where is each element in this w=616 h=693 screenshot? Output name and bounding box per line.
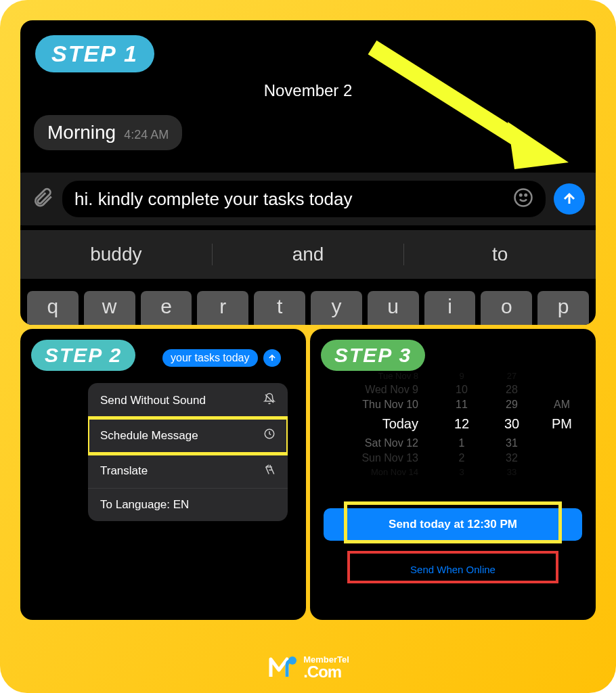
send-today-button[interactable]: Send today at 12:30 PM: [324, 508, 582, 541]
wheel-row: Wed Nov 91028: [344, 382, 575, 397]
wheel-row: Tue Nov 8927: [344, 370, 575, 382]
step3-badge: STEP 3: [321, 340, 425, 371]
arrow-annotation-icon: [345, 34, 575, 169]
step1-panel: STEP 1 November 2 Morning 4:24 AM hi. ki: [20, 20, 596, 325]
key-w[interactable]: w: [84, 291, 135, 325]
message-input-text: hi. kindly complete your tasks today: [74, 189, 352, 210]
key-o[interactable]: o: [481, 291, 532, 325]
suggestion-2[interactable]: and: [213, 244, 405, 265]
incoming-message-text: Morning: [47, 122, 116, 143]
incoming-message-time: 4:24 AM: [124, 128, 169, 142]
step2-message-preview: your tasks today: [162, 349, 281, 367]
compose-bar: hi. kindly complete your tasks today: [20, 173, 596, 225]
menu-label: To Language: EN: [100, 498, 189, 512]
key-r[interactable]: r: [197, 291, 248, 325]
translate-icon: [263, 463, 276, 478]
key-e[interactable]: e: [141, 291, 192, 325]
key-t[interactable]: t: [254, 291, 305, 325]
key-p[interactable]: p: [537, 291, 589, 325]
svg-line-0: [372, 47, 528, 146]
send-context-menu: Send Without Sound Schedule Message Tran…: [88, 383, 288, 521]
clock-icon: [263, 428, 276, 443]
key-y[interactable]: y: [311, 291, 362, 325]
wheel-row: Mon Nov 14333: [344, 466, 575, 478]
menu-to-language[interactable]: To Language: EN: [88, 489, 288, 521]
step3-panel: STEP 3 Tue Nov 8927 Wed Nov 91028 Thu No…: [310, 329, 596, 620]
svg-point-2: [520, 194, 522, 196]
step2-badge: STEP 2: [31, 340, 135, 371]
wheel-row: Thu Nov 101129AM: [344, 397, 575, 412]
step2-bubble-text: your tasks today: [162, 349, 258, 367]
incoming-message: Morning 4:24 AM: [34, 115, 182, 150]
svg-point-1: [515, 189, 532, 206]
menu-send-without-sound[interactable]: Send Without Sound: [88, 383, 288, 418]
emoji-icon[interactable]: [513, 187, 533, 210]
send-when-online-button[interactable]: Send When Online: [351, 556, 555, 583]
key-q[interactable]: q: [27, 291, 79, 325]
step1-badge: STEP 1: [35, 35, 154, 72]
menu-translate[interactable]: Translate: [88, 453, 288, 489]
suggestion-1[interactable]: buddy: [20, 244, 213, 265]
paperclip-icon[interactable]: [31, 186, 54, 212]
keyboard-row: q w e r t y u i o p: [27, 291, 589, 325]
wheel-row-selected: Today1230PM: [344, 412, 575, 436]
menu-label: Send Without Sound: [100, 394, 206, 407]
menu-schedule-message[interactable]: Schedule Message: [88, 418, 288, 453]
tutorial-frame: STEP 1 November 2 Morning 4:24 AM hi. ki: [0, 0, 616, 693]
key-i[interactable]: i: [424, 291, 476, 325]
suggestion-3[interactable]: to: [404, 244, 596, 265]
mini-send-button[interactable]: [263, 349, 281, 367]
bell-off-icon: [263, 393, 276, 408]
keyboard-suggestions: buddy and to: [20, 230, 596, 279]
send-button[interactable]: [554, 183, 585, 215]
date-time-picker[interactable]: Tue Nov 8927 Wed Nov 91028 Thu Nov 10112…: [344, 370, 575, 478]
menu-label: Schedule Message: [100, 429, 198, 443]
svg-point-3: [525, 194, 527, 196]
logo-icon: [267, 651, 299, 684]
menu-label: Translate: [100, 464, 148, 478]
logo-text: MemberTel .Com: [303, 655, 349, 680]
brand-logo: MemberTel .Com: [0, 651, 616, 684]
step2-panel: STEP 2 your tasks today Send Without Sou…: [20, 329, 306, 620]
message-input[interactable]: hi. kindly complete your tasks today: [62, 181, 546, 217]
wheel-row: Sat Nov 12131: [344, 436, 575, 451]
wheel-row: Sun Nov 13232: [344, 451, 575, 466]
key-u[interactable]: u: [368, 291, 419, 325]
